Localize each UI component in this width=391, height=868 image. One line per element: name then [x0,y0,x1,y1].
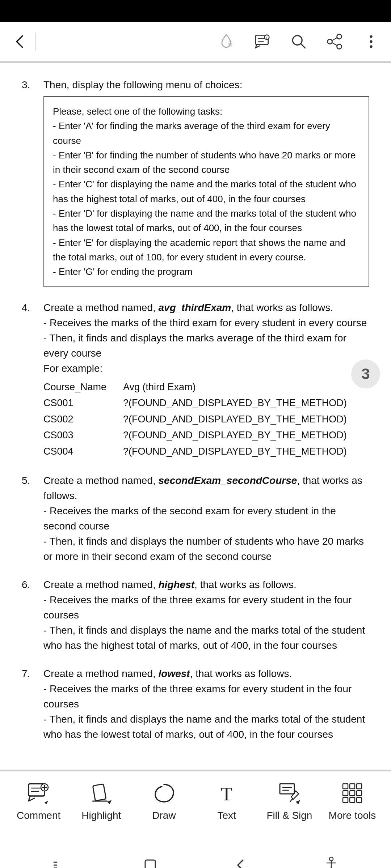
item-3-content: Then, display the following menu of choi… [43,77,369,287]
svg-point-12 [328,39,332,44]
svg-point-10 [337,34,342,39]
menu-line-2: - Enter 'B' for finding the number of st… [53,148,360,177]
col2-header: Avg (third Exam) [123,380,369,395]
table-header-row: Course_Name Avg (third Exam) [43,380,369,395]
svg-point-17 [370,45,372,48]
svg-rect-29 [280,784,294,794]
item-5-number: 5. [22,473,43,564]
menu-line-4: - Enter 'D' for displaying the name and … [53,206,360,235]
recent-apps-icon[interactable] [47,852,72,868]
item-5: 5. Create a method named, secondExam_sec… [22,473,369,564]
item-4: 4. Create a method named, avg_thirdExam,… [22,300,369,460]
svg-line-14 [332,42,337,45]
fill-sign-icon [276,780,302,806]
item-6-method: highest [159,579,195,590]
highlight-icon [88,780,114,806]
row-0-col2: ?(FOUND_AND_DISPLAYED_BY_THE_METHOD) [123,396,369,410]
table-row: CS001 ?(FOUND_AND_DISPLAYED_BY_THE_METHO… [43,396,369,410]
row-2-col1: CS003 [43,428,123,443]
draw-tool[interactable]: Draw [140,780,188,821]
text-tool-label: Text [218,810,236,821]
menu-line-0: Please, select one of the following task… [53,104,360,119]
home-icon[interactable] [138,852,163,868]
comment-toolbar-icon[interactable]: + [253,33,272,51]
svg-rect-40 [343,797,348,803]
svg-line-32 [290,798,293,802]
item-7-intro: Create a method named, lowest, that work… [43,666,369,681]
svg-rect-38 [350,791,355,796]
item-4-line-2: - Then, it finds and displays the marks … [43,331,369,361]
item-4-intro: Create a method named, avg_thirdExam, th… [43,300,369,315]
toolbar-icons: + [217,33,380,51]
svg-point-16 [370,40,372,43]
item-4-number: 4. [22,300,43,460]
back-button[interactable] [11,33,28,50]
page-badge: 3 [351,359,380,388]
item-4-for-example: For example: [43,361,369,376]
fill-sign-tool[interactable]: Fill & Sign [266,780,313,821]
svg-marker-33 [296,800,300,804]
svg-marker-27 [107,800,112,804]
item-7-number: 7. [22,666,43,742]
more-toolbar-icon[interactable] [362,33,380,51]
search-toolbar-icon[interactable] [290,33,308,51]
svg-rect-37 [343,791,348,796]
more-tools-tool[interactable]: More tools [329,780,376,821]
svg-rect-25 [93,784,106,801]
svg-rect-41 [350,797,355,803]
svg-line-13 [332,37,337,40]
reading-mode-icon[interactable] [217,33,235,51]
example-table: Course_Name Avg (third Exam) CS001 ?(FOU… [43,380,369,459]
table-row: CS002 ?(FOUND_AND_DISPLAYED_BY_THE_METHO… [43,412,369,427]
item-4-method: avg_thirdExam [159,302,231,313]
comment-tool-label: Comment [17,810,60,821]
item-4-line-1: - Receives the marks of the third exam f… [43,315,369,331]
svg-text:+: + [266,36,268,39]
item-4-content: Create a method named, avg_thirdExam, th… [43,300,369,460]
item-6-intro: Create a method named, highest, that wor… [43,577,369,592]
item-7-line-1: - Receives the marks of the three exams … [43,681,369,712]
item-6-line-2: - Then, it finds and displays the name a… [43,623,369,653]
more-tools-icon [339,780,365,806]
nav-bar [0,843,391,868]
row-3-col2: ?(FOUND_AND_DISPLAYED_BY_THE_METHOD) [123,444,369,459]
item-5-line-2: - Then, it finds and displays the number… [43,534,369,564]
fill-sign-tool-label: Fill & Sign [266,810,312,821]
row-0-col1: CS001 [43,396,123,410]
menu-box: Please, select one of the following task… [43,96,369,287]
text-tool[interactable]: T Text [203,780,250,821]
more-tools-tool-label: More tools [329,810,376,821]
comment-add-icon [26,780,52,806]
item-3-number: 3. [22,77,43,287]
svg-point-11 [337,44,342,49]
comment-tool[interactable]: Comment [15,780,62,821]
status-bar [0,0,391,22]
item-7-line-2: - Then, it finds and displays the name a… [43,712,369,742]
item-6-content: Create a method named, highest, that wor… [43,577,369,653]
menu-line-1: - Enter 'A' for finding the marks averag… [53,119,360,148]
share-toolbar-icon[interactable] [326,33,344,51]
row-1-col1: CS002 [43,412,123,427]
toolbar-divider [35,33,36,51]
item-6-number: 6. [22,577,43,653]
back-nav-icon[interactable] [228,852,253,868]
bottom-toolbar: Comment Highlight Draw T [0,771,391,843]
svg-rect-35 [350,784,355,789]
row-3-col1: CS004 [43,444,123,459]
item-3-text: Then, display the following menu of choi… [43,79,242,90]
draw-icon [151,780,177,806]
svg-point-47 [329,857,333,861]
text-icon: T [214,780,240,806]
table-row: CS003 ?(FOUND_AND_DISPLAYED_BY_THE_METHO… [43,428,369,443]
accessibility-icon[interactable] [319,852,344,868]
table-row: CS004 ?(FOUND_AND_DISPLAYED_BY_THE_METHO… [43,444,369,459]
highlight-tool-label: Highlight [81,810,121,821]
svg-marker-24 [45,801,48,804]
item-5-method: secondExam_secondCourse [159,475,297,486]
menu-line-3: - Enter 'C' for displaying the name and … [53,177,360,206]
highlight-tool[interactable]: Highlight [78,780,125,821]
item-5-line-1: - Receives the marks of the second exam … [43,503,369,534]
menu-line-6: - Enter 'G' for ending the program [53,264,360,279]
svg-rect-36 [357,784,362,789]
item-3: 3. Then, display the following menu of c… [22,77,369,287]
